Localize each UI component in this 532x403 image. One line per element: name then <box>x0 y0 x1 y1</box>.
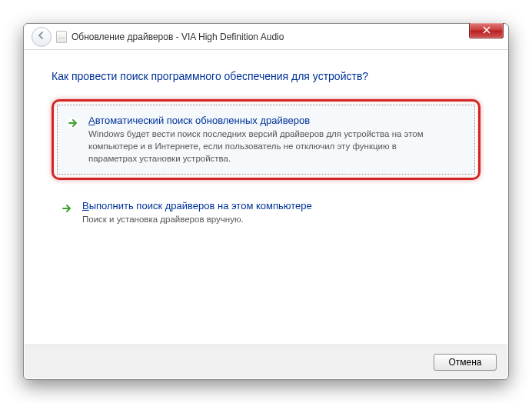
close-button[interactable] <box>469 23 504 38</box>
option-description: Поиск и установка драйверов вручную. <box>82 213 436 225</box>
dialog-footer: Отмена <box>25 345 507 378</box>
close-icon <box>483 25 490 36</box>
option-browse-computer[interactable]: Выполнить поиск драйверов на этом компью… <box>52 191 480 235</box>
arrow-right-icon <box>67 117 79 129</box>
window-title: Обновление драйверов - VIA High Definiti… <box>71 32 284 42</box>
back-button[interactable] <box>32 27 52 47</box>
option-title: Выполнить поиск драйверов на этом компью… <box>82 200 312 211</box>
option-title: Автоматический поиск обновленных драйвер… <box>88 115 310 126</box>
page-heading: Как провести поиск программного обеспече… <box>52 70 480 82</box>
back-arrow-icon <box>36 30 47 43</box>
option-description: Windows будет вести поиск последних верс… <box>88 128 442 165</box>
titlebar: Обновление драйверов - VIA High Definiti… <box>24 24 508 50</box>
option-auto-search[interactable]: Автоматический поиск обновленных драйвер… <box>57 105 475 175</box>
driver-update-dialog: Обновление драйверов - VIA High Definiti… <box>23 23 509 380</box>
content-area: Как провести поиск программного обеспече… <box>24 50 508 253</box>
device-icon <box>56 31 67 43</box>
cancel-button[interactable]: Отмена <box>434 354 497 371</box>
arrow-right-icon <box>61 202 73 215</box>
highlight-annotation: Автоматический поиск обновленных драйвер… <box>52 99 480 180</box>
